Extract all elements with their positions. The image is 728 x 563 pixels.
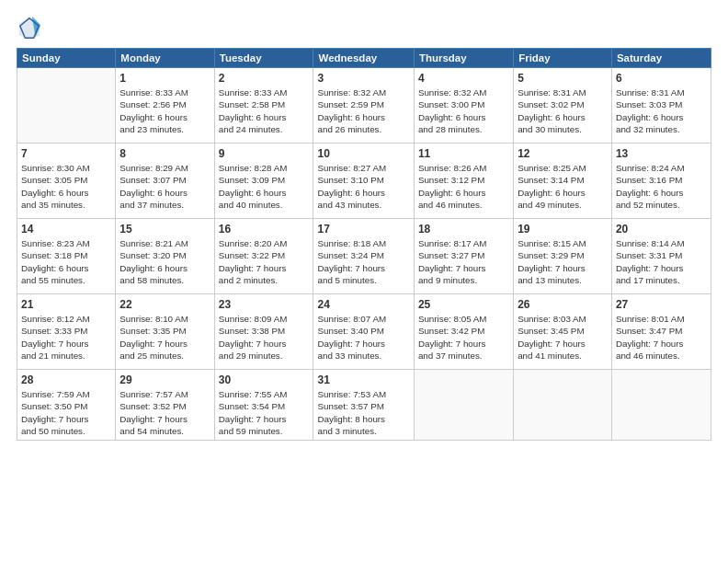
- day-info: Sunrise: 8:14 AM Sunset: 3:31 PM Dayligh…: [616, 237, 707, 286]
- day-number: 11: [418, 146, 509, 161]
- day-number: 3: [317, 71, 409, 86]
- day-info: Sunrise: 8:31 AM Sunset: 3:03 PM Dayligh…: [616, 86, 707, 135]
- day-info: Sunrise: 8:31 AM Sunset: 3:02 PM Dayligh…: [518, 86, 608, 135]
- logo-icon: [17, 15, 42, 40]
- week-row-4: 28Sunrise: 7:59 AM Sunset: 3:50 PM Dayli…: [17, 370, 711, 441]
- day-info: Sunrise: 8:32 AM Sunset: 3:00 PM Dayligh…: [418, 86, 509, 135]
- calendar-cell: 7Sunrise: 8:30 AM Sunset: 3:05 PM Daylig…: [17, 144, 116, 219]
- day-number: 26: [518, 297, 608, 312]
- day-info: Sunrise: 8:03 AM Sunset: 3:45 PM Dayligh…: [518, 313, 608, 362]
- calendar-cell: 15Sunrise: 8:21 AM Sunset: 3:20 PM Dayli…: [116, 219, 214, 294]
- week-row-0: 1Sunrise: 8:33 AM Sunset: 2:56 PM Daylig…: [17, 68, 711, 144]
- calendar-cell: 19Sunrise: 8:15 AM Sunset: 3:29 PM Dayli…: [514, 219, 612, 294]
- day-number: 15: [119, 222, 210, 236]
- day-number: 16: [219, 222, 310, 236]
- day-number: 25: [418, 297, 509, 312]
- calendar-cell: 9Sunrise: 8:28 AM Sunset: 3:09 PM Daylig…: [214, 144, 313, 219]
- day-number: 10: [317, 146, 409, 161]
- day-info: Sunrise: 8:01 AM Sunset: 3:47 PM Dayligh…: [616, 313, 707, 362]
- day-info: Sunrise: 8:17 AM Sunset: 3:27 PM Dayligh…: [418, 237, 509, 286]
- calendar-cell: 6Sunrise: 8:31 AM Sunset: 3:03 PM Daylig…: [611, 68, 711, 144]
- day-number: 30: [219, 373, 310, 387]
- weekday-header-monday: Monday: [116, 49, 214, 68]
- day-info: Sunrise: 7:57 AM Sunset: 3:52 PM Dayligh…: [119, 388, 210, 437]
- day-info: Sunrise: 7:59 AM Sunset: 3:50 PM Dayligh…: [21, 388, 111, 437]
- page: SundayMondayTuesdayWednesdayThursdayFrid…: [0, 0, 728, 563]
- day-number: 1: [119, 71, 210, 86]
- day-info: Sunrise: 8:27 AM Sunset: 3:10 PM Dayligh…: [317, 162, 409, 211]
- day-number: 6: [616, 71, 707, 86]
- calendar-cell: 25Sunrise: 8:05 AM Sunset: 3:42 PM Dayli…: [414, 294, 513, 370]
- weekday-header-saturday: Saturday: [611, 49, 711, 68]
- calendar-cell: 13Sunrise: 8:24 AM Sunset: 3:16 PM Dayli…: [611, 144, 711, 219]
- weekday-header-thursday: Thursday: [414, 49, 513, 68]
- day-number: 27: [616, 297, 707, 312]
- day-info: Sunrise: 7:53 AM Sunset: 3:57 PM Dayligh…: [317, 388, 409, 437]
- calendar-cell: 3Sunrise: 8:32 AM Sunset: 2:59 PM Daylig…: [313, 68, 414, 144]
- calendar-cell: 30Sunrise: 7:55 AM Sunset: 3:54 PM Dayli…: [214, 370, 313, 441]
- day-number: 28: [21, 373, 111, 387]
- calendar-cell: 16Sunrise: 8:20 AM Sunset: 3:22 PM Dayli…: [214, 219, 313, 294]
- calendar-body: 1Sunrise: 8:33 AM Sunset: 2:56 PM Daylig…: [17, 68, 711, 441]
- weekday-header-friday: Friday: [514, 49, 612, 68]
- week-row-1: 7Sunrise: 8:30 AM Sunset: 3:05 PM Daylig…: [17, 144, 711, 219]
- calendar-table: SundayMondayTuesdayWednesdayThursdayFrid…: [17, 48, 711, 441]
- calendar-cell: 1Sunrise: 8:33 AM Sunset: 2:56 PM Daylig…: [116, 68, 214, 144]
- calendar-cell: 28Sunrise: 7:59 AM Sunset: 3:50 PM Dayli…: [17, 370, 116, 441]
- logo: [17, 15, 45, 40]
- day-number: 4: [418, 71, 509, 86]
- day-info: Sunrise: 7:55 AM Sunset: 3:54 PM Dayligh…: [219, 388, 310, 437]
- day-info: Sunrise: 8:09 AM Sunset: 3:38 PM Dayligh…: [219, 313, 310, 362]
- calendar-cell: 8Sunrise: 8:29 AM Sunset: 3:07 PM Daylig…: [116, 144, 214, 219]
- day-info: Sunrise: 8:21 AM Sunset: 3:20 PM Dayligh…: [119, 237, 210, 286]
- calendar-cell: 17Sunrise: 8:18 AM Sunset: 3:24 PM Dayli…: [313, 219, 414, 294]
- day-number: 29: [119, 373, 210, 387]
- day-info: Sunrise: 8:10 AM Sunset: 3:35 PM Dayligh…: [119, 313, 210, 362]
- day-number: 12: [518, 146, 608, 161]
- calendar-cell: 2Sunrise: 8:33 AM Sunset: 2:58 PM Daylig…: [214, 68, 313, 144]
- day-info: Sunrise: 8:05 AM Sunset: 3:42 PM Dayligh…: [418, 313, 509, 362]
- day-info: Sunrise: 8:18 AM Sunset: 3:24 PM Dayligh…: [317, 237, 409, 286]
- day-number: 22: [119, 297, 210, 312]
- calendar-cell: 4Sunrise: 8:32 AM Sunset: 3:00 PM Daylig…: [414, 68, 513, 144]
- day-info: Sunrise: 8:33 AM Sunset: 2:58 PM Dayligh…: [219, 86, 310, 135]
- day-number: 18: [418, 222, 509, 236]
- weekday-header-tuesday: Tuesday: [214, 49, 313, 68]
- calendar-cell: [611, 370, 711, 441]
- calendar-cell: 10Sunrise: 8:27 AM Sunset: 3:10 PM Dayli…: [313, 144, 414, 219]
- week-row-3: 21Sunrise: 8:12 AM Sunset: 3:33 PM Dayli…: [17, 294, 711, 370]
- day-number: 7: [21, 146, 111, 161]
- calendar-cell: 5Sunrise: 8:31 AM Sunset: 3:02 PM Daylig…: [514, 68, 612, 144]
- weekday-header-sunday: Sunday: [17, 49, 116, 68]
- day-info: Sunrise: 8:26 AM Sunset: 3:12 PM Dayligh…: [418, 162, 509, 211]
- header: [17, 15, 711, 40]
- calendar-cell: 27Sunrise: 8:01 AM Sunset: 3:47 PM Dayli…: [611, 294, 711, 370]
- day-number: 20: [616, 222, 707, 236]
- calendar-cell: 21Sunrise: 8:12 AM Sunset: 3:33 PM Dayli…: [17, 294, 116, 370]
- day-info: Sunrise: 8:28 AM Sunset: 3:09 PM Dayligh…: [219, 162, 310, 211]
- day-number: 24: [317, 297, 409, 312]
- calendar-cell: [514, 370, 612, 441]
- day-number: 17: [317, 222, 409, 236]
- day-number: 31: [317, 373, 409, 387]
- day-number: 23: [219, 297, 310, 312]
- calendar-cell: [17, 68, 116, 144]
- calendar-cell: 29Sunrise: 7:57 AM Sunset: 3:52 PM Dayli…: [116, 370, 214, 441]
- calendar-cell: 26Sunrise: 8:03 AM Sunset: 3:45 PM Dayli…: [514, 294, 612, 370]
- week-row-2: 14Sunrise: 8:23 AM Sunset: 3:18 PM Dayli…: [17, 219, 711, 294]
- day-number: 9: [219, 146, 310, 161]
- day-number: 8: [119, 146, 210, 161]
- calendar-cell: 24Sunrise: 8:07 AM Sunset: 3:40 PM Dayli…: [313, 294, 414, 370]
- day-info: Sunrise: 8:20 AM Sunset: 3:22 PM Dayligh…: [219, 237, 310, 286]
- calendar-cell: 31Sunrise: 7:53 AM Sunset: 3:57 PM Dayli…: [313, 370, 414, 441]
- day-info: Sunrise: 8:23 AM Sunset: 3:18 PM Dayligh…: [21, 237, 111, 286]
- day-info: Sunrise: 8:32 AM Sunset: 2:59 PM Dayligh…: [317, 86, 409, 135]
- day-number: 2: [219, 71, 310, 86]
- day-info: Sunrise: 8:24 AM Sunset: 3:16 PM Dayligh…: [616, 162, 707, 211]
- day-number: 14: [21, 222, 111, 236]
- day-number: 19: [518, 222, 608, 236]
- day-info: Sunrise: 8:07 AM Sunset: 3:40 PM Dayligh…: [317, 313, 409, 362]
- day-number: 13: [616, 146, 707, 161]
- day-info: Sunrise: 8:30 AM Sunset: 3:05 PM Dayligh…: [21, 162, 111, 211]
- calendar-cell: 14Sunrise: 8:23 AM Sunset: 3:18 PM Dayli…: [17, 219, 116, 294]
